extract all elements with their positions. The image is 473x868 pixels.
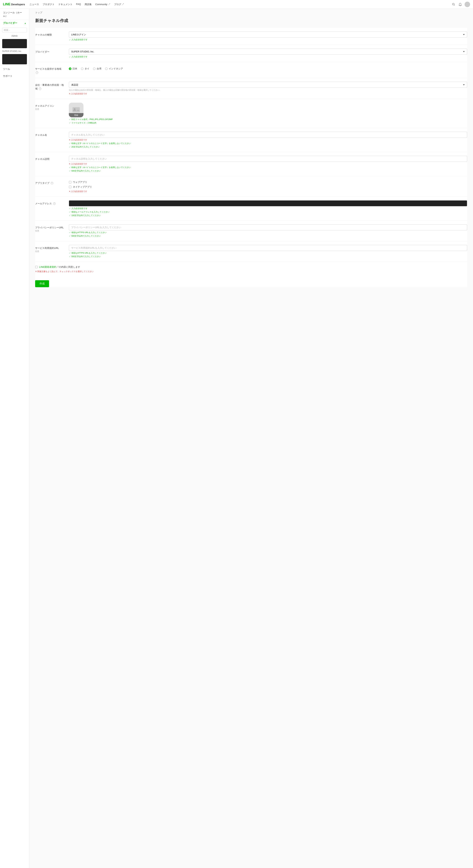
submit-button[interactable]: 作成 (35, 280, 49, 287)
page-title: 新規チャネル作成 (35, 18, 467, 24)
radio-indonesia[interactable]: インドネシア (105, 67, 123, 70)
nav-community[interactable]: Community ↗ (95, 3, 110, 6)
email-info-icon[interactable]: ? (53, 202, 56, 205)
header-icons (451, 2, 470, 7)
tos-url-input[interactable] (69, 245, 467, 251)
channel-name-msgs: 入力必須項目です 特殊な文字（4バイトのユニコード文字）を使用しないでください … (69, 138, 467, 148)
tos-url-valid-2: 500文字以内で入力してください (69, 255, 467, 258)
app-type-label: アプリタイプ ? (35, 180, 64, 185)
channel-type-select[interactable]: LINEログイン (69, 32, 467, 38)
sidebar-image-box (2, 54, 27, 64)
privacy-policy-input[interactable] (69, 224, 467, 230)
svg-line-1 (454, 5, 455, 5)
sidebar-provider-label: プロバイダー (3, 22, 17, 25)
provider-row: プロバイダー SUPER STUDIO, Inc. 入力必須項目です (35, 45, 467, 62)
channel-name-input[interactable] (69, 132, 467, 138)
user-avatar[interactable] (465, 2, 470, 7)
radio-taiwan-circle (93, 67, 96, 70)
breadcrumb: トップ (35, 9, 467, 16)
privacy-policy-valid-2: 500文字以内で入力してください (69, 235, 467, 237)
radio-thailand[interactable]: タイ (81, 67, 89, 70)
sidebar-company-name: SUPER STUDIO, Inc. (0, 49, 29, 53)
channel-icon-upload[interactable]: 登録 (69, 103, 83, 117)
channel-desc-label: チャネル説明 (35, 156, 64, 161)
sidebar-item-support[interactable]: サポート (0, 72, 29, 80)
radio-thailand-circle (81, 67, 83, 70)
email-input[interactable] (69, 200, 467, 206)
agreement-link[interactable]: LINE開発者契約 (39, 266, 56, 268)
email-valid-1: 入力必須項目です (69, 207, 467, 210)
channel-icon-row: チャネルアイコン 任意 登録 対応ファイル形式：PNG,JPG,JPEG,GIF… (35, 99, 467, 128)
provider-select[interactable]: SUPER STUDIO, Inc. (69, 49, 467, 55)
breadcrumb-top[interactable]: トップ (35, 11, 42, 14)
channel-name-row: チャネル名 入力必須項目です 特殊な文字（4バイトのユニコード文字）を使用しない… (35, 128, 467, 152)
checkbox-native-app[interactable]: ネイティブアプリ (69, 185, 467, 189)
tos-url-optional: 任意 (35, 250, 64, 253)
main-content: トップ 新規チャネル作成 チャネルの種類 LINEログイン 入力必須項目です プ… (29, 9, 473, 868)
app-type-checkbox-group: ウェブアプリ ネイティブアプリ (69, 180, 467, 189)
channel-desc-error-1: 入力必須項目です (69, 162, 467, 165)
email-valid-3: 100文字以内で入力してください (69, 214, 467, 217)
channel-type-valid: 入力必須項目です (69, 38, 467, 41)
sidebar-search-input[interactable] (2, 28, 27, 32)
channel-name-field: 入力必須項目です 特殊な文字（4バイトのユニコード文字）を使用しないでください … (69, 132, 467, 148)
nav-docs[interactable]: ドキュメント (58, 3, 72, 6)
service-region-label: サービスを提供する地域 ? (35, 66, 64, 74)
line-logo-text: LINE (3, 2, 10, 6)
form-section: チャネルの種類 LINEログイン 入力必須項目です プロバイダー SUPER S… (35, 28, 467, 287)
email-msgs: 入力必須項目です 有効なメールアドレスを入力してください 100文字以内で入力し… (69, 207, 467, 217)
app-type-error: 入力必須項目です (69, 190, 467, 193)
channel-desc-input[interactable] (69, 156, 467, 162)
radio-taiwan[interactable]: 台湾 (93, 67, 101, 70)
search-icon[interactable] (451, 2, 456, 7)
nav-glossary[interactable]: 用語集 (85, 3, 92, 6)
nav-product[interactable]: プロダクト (43, 3, 55, 6)
checkbox-native-app-box (69, 186, 71, 188)
page-layout: コンソール（ホーム） プロバイダー ▲ Admin SUPER STUDIO, … (0, 9, 473, 868)
sidebar-admin-label: Admin (0, 34, 29, 38)
nav-faq[interactable]: FAQ (76, 3, 81, 6)
nav-news[interactable]: ニュース (30, 3, 39, 6)
company-location-field: 未設定 法人の場合は会社の所在国・地域を、個人の場合は店舗や居住地の所在国・地域… (69, 82, 467, 95)
channel-name-error-1: 入力必須項目です (69, 138, 467, 141)
channel-name-valid-3: 20文字以内で入力してください (69, 146, 467, 148)
radio-japan-label: 日本 (72, 67, 77, 70)
channel-type-row: チャネルの種類 LINEログイン 入力必須項目です (35, 28, 467, 45)
company-location-select[interactable]: 未設定 (69, 82, 467, 88)
tos-url-field: 有効なHTTPS URLを入力してください 500文字以内で入力してください (69, 245, 467, 258)
privacy-policy-row: プライバシーポリシーURL 任意 有効なHTTPS URLを入力してください 5… (35, 221, 467, 241)
sidebar-search-container (0, 26, 29, 34)
agreement-checkbox-item[interactable]: LINE開発者契約↗の内容に同意します (35, 266, 467, 269)
sidebar-item-console-home[interactable]: コンソール（ホーム） (0, 9, 29, 20)
sidebar: コンソール（ホーム） プロバイダー ▲ Admin SUPER STUDIO, … (0, 9, 29, 868)
service-region-info-icon[interactable]: ? (36, 71, 38, 74)
privacy-policy-valid-1: 有効なHTTPS URLを入力してください (69, 231, 467, 234)
sidebar-provider[interactable]: プロバイダー ▲ (0, 20, 29, 26)
agreement-row: LINE開発者契約↗の内容に同意します 関連文書をよく読んで、チェックボックスを… (35, 262, 467, 277)
service-region-radio-group: 日本 タイ 台湾 インドネシア (69, 66, 467, 70)
radio-japan[interactable]: 日本 (69, 67, 77, 70)
agreement-error: 関連文書をよく読んで、チェックボックスを選択してください (35, 270, 467, 273)
company-location-info-icon[interactable]: ? (39, 87, 41, 90)
header: LINE Developers ニュース プロダクト ドキュメント FAQ 用語… (0, 0, 473, 9)
email-row: メールアドレス ? 入力必須項目です 有効なメールアドレスを入力してください 1… (35, 197, 467, 220)
channel-icon-field: 登録 対応ファイル形式：PNG,JPG,JPEG,GIF,BMP ファイルサイズ… (69, 103, 467, 124)
provider-label: プロバイダー (35, 49, 64, 54)
privacy-policy-field: 有効なHTTPS URLを入力してください 500文字以内で入力してください (69, 224, 467, 237)
channel-type-label: チャネルの種類 (35, 32, 64, 37)
company-location-row: 会社・事業者の所在国・地域 ? 未設定 法人の場合は会社の所在国・地域を、個人の… (35, 78, 467, 99)
checkbox-web-app-label: ウェブアプリ (73, 181, 87, 184)
email-label: メールアドレス ? (35, 200, 64, 206)
nav-blog[interactable]: ブログ ↗ (114, 3, 124, 6)
app-type-info-icon[interactable]: ? (51, 182, 53, 184)
radio-indonesia-circle (105, 67, 108, 70)
radio-japan-circle (69, 67, 71, 70)
agreement-suffix-text: の内容に同意します (59, 266, 80, 268)
notification-icon[interactable] (458, 2, 462, 7)
sidebar-item-tools[interactable]: ツール (0, 66, 29, 72)
sidebar-logo-box (2, 39, 27, 48)
agreement-checkbox-box (35, 266, 38, 268)
checkbox-web-app[interactable]: ウェブアプリ (69, 181, 467, 184)
channel-desc-msgs: 入力必須項目です 特殊な文字（4バイトのユニコード文字）を使用しないでください … (69, 162, 467, 172)
tos-url-label: サービス利用規約URL 任意 (35, 245, 64, 253)
